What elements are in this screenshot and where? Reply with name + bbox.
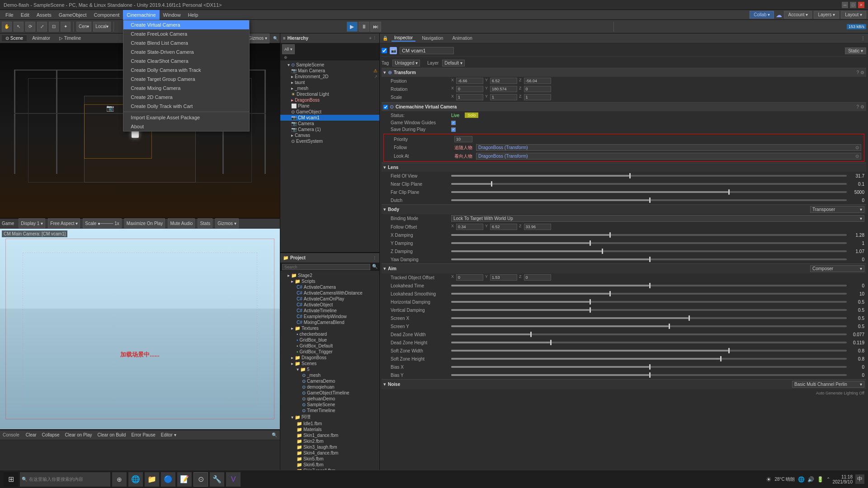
position-x[interactable] xyxy=(456,78,483,84)
taskbar-start[interactable]: ⊞ xyxy=(4,472,18,487)
hierarchy-item-environment2d[interactable]: ▸ Environment_2D ↗ xyxy=(280,74,379,80)
aspect-dropdown[interactable]: Free Aspect ▾ xyxy=(48,218,80,228)
lookahead-time-slider[interactable] xyxy=(451,285,847,286)
account-button[interactable]: Account ▾ xyxy=(784,11,812,19)
position-z[interactable] xyxy=(524,78,551,84)
project-scripts[interactable]: ▸ 📁 Scripts xyxy=(280,278,379,284)
local-global-button[interactable]: Local▾ xyxy=(93,22,111,32)
hierarchy-item-canvas[interactable]: ▸ Canvas xyxy=(280,132,379,138)
body-type-dropdown[interactable]: Transposer ▾ xyxy=(810,206,864,213)
project-scenes[interactable]: ▸ 📁 Scenes xyxy=(280,361,379,366)
project-gameobjecttimeline[interactable]: ⊙ GameObjectTimeline xyxy=(280,390,379,396)
screen-y-slider[interactable] xyxy=(451,325,847,327)
project-activatecamera[interactable]: C# ActivateCamera xyxy=(280,284,379,290)
maximize-on-play[interactable]: Maximize On Play xyxy=(124,218,165,228)
menu-assets[interactable]: Assets xyxy=(33,10,55,20)
hierarchy-item-mesh[interactable]: ▸ _mesh xyxy=(280,85,379,91)
project-checkerboard[interactable]: ▪ checkerboard xyxy=(280,331,379,337)
cinemachine-menu-icon[interactable]: ⚙ xyxy=(860,104,864,109)
game-gizmos[interactable]: Gizmos ▾ xyxy=(215,218,239,228)
far-clip-slider[interactable] xyxy=(451,191,847,193)
tab-navigation[interactable]: Navigation xyxy=(419,35,446,41)
priority-value[interactable] xyxy=(454,136,472,142)
horiz-damping-slider[interactable] xyxy=(451,301,847,303)
rotation-y[interactable] xyxy=(490,86,517,92)
console-clear-on-play[interactable]: Clear on Play xyxy=(63,432,94,438)
menu-about[interactable]: About xyxy=(123,122,249,131)
y-damping-slider[interactable] xyxy=(451,242,847,244)
menu-create-2d-camera[interactable]: Create 2D Camera xyxy=(123,93,249,102)
x-damping-slider[interactable] xyxy=(451,234,847,236)
menu-import-example[interactable]: Import Example Asset Package xyxy=(123,113,249,122)
center-pivot-button[interactable]: Cen▾ xyxy=(76,22,91,32)
transform-header[interactable]: ▾ ⊕ Transform ? ⚙ xyxy=(382,68,866,77)
soft-zone-width-slider[interactable] xyxy=(451,350,847,352)
hierarchy-item-eventsystem[interactable]: ⊙ EventSystem xyxy=(280,138,379,144)
cinemachine-help-icon[interactable]: ? xyxy=(856,104,859,109)
collab-button[interactable]: Collab ▾ xyxy=(750,11,774,19)
project-textures[interactable]: ▸ 📁 Textures xyxy=(280,325,379,331)
hierarchy-item-directionallight[interactable]: ☀ Directional Light xyxy=(280,91,379,97)
project-activatecamonplay[interactable]: C# ActivateCamOnPlay xyxy=(280,296,379,302)
menu-create-freelook-camera[interactable]: Create FreeLook Camera xyxy=(123,29,249,38)
project-ali[interactable]: ▾ 📁 阿理 xyxy=(280,413,379,421)
tab-animator[interactable]: Animator xyxy=(28,35,54,41)
project-examplehelpwindow[interactable]: C# ExampleHelpWindow xyxy=(280,314,379,319)
taskbar-edge[interactable]: 🌐 xyxy=(128,472,143,487)
lookat-ref-field[interactable]: DragonBoss (Transform) ⊙ xyxy=(476,153,861,160)
menu-create-blend-list-camera[interactable]: Create Blend List Camera xyxy=(123,38,249,47)
hierarchy-item-dragonboss[interactable]: ▸ DragonBoss xyxy=(280,97,379,103)
gwg-checkbox[interactable]: ✓ xyxy=(451,121,456,125)
vert-damping-slider[interactable] xyxy=(451,309,847,311)
hierarchy-item-gameobject[interactable]: ⊙ GameObject xyxy=(280,109,379,115)
stats-button[interactable]: Stats xyxy=(198,218,212,228)
aim-header[interactable]: ▾ Aim Composer ▾ xyxy=(382,263,866,273)
project-skin3[interactable]: 📁 Skin3_laugh.fbm xyxy=(280,444,379,450)
screen-x-slider[interactable] xyxy=(451,317,847,319)
tab-animation[interactable]: Animation xyxy=(449,35,475,41)
tracked-offset-x[interactable] xyxy=(456,274,483,281)
display-dropdown[interactable]: Display 1 ▾ xyxy=(19,218,45,228)
lookahead-smooth-slider[interactable] xyxy=(451,293,847,295)
body-header[interactable]: ▾ Body Transposer ▾ xyxy=(382,204,866,214)
follow-offset-x[interactable] xyxy=(456,224,483,230)
binding-mode-dropdown[interactable]: Lock To Target With World Up ▾ xyxy=(451,215,864,222)
hierarchy-item-camera1[interactable]: 📷 Camera (1) xyxy=(280,127,379,132)
console-editor-dropdown[interactable]: Editor ▾ xyxy=(159,432,178,438)
project-camerademo[interactable]: ⊙ CameraDemo xyxy=(280,378,379,384)
menu-file[interactable]: File xyxy=(2,10,17,20)
project-skin1[interactable]: 📁 Skin1_dance.fbm xyxy=(280,432,379,438)
layers-button[interactable]: Layers ▾ xyxy=(814,11,839,19)
tracked-offset-z[interactable] xyxy=(524,274,551,281)
tab-scene[interactable]: ⊙ Scene xyxy=(2,35,27,41)
hierarchy-item-samplescene[interactable]: ▾ ⊙ SampleScene xyxy=(280,62,379,68)
project-demoqiehuan[interactable]: ⊙ demoqiehuan xyxy=(280,384,379,390)
project-activatecameradist[interactable]: C# ActivateCameraWithDistance xyxy=(280,290,379,296)
project-skin4[interactable]: 📁 Skin4_dance.fbm xyxy=(280,450,379,456)
taskbar-devtools[interactable]: 🔧 xyxy=(210,472,224,487)
taskbar-visualstudio[interactable]: V xyxy=(226,472,241,487)
hierarchy-item-plane[interactable]: ⬜ Plane xyxy=(280,103,379,109)
project-activatetimeline[interactable]: C# ActivateTimeline xyxy=(280,308,379,314)
project-search-input[interactable] xyxy=(282,264,370,270)
hierarchy-item-maincamera[interactable]: 📷 Main Camera ⚠ xyxy=(280,68,379,74)
console-clear[interactable]: Clear xyxy=(24,432,38,438)
taskbar-explorer[interactable]: 📁 xyxy=(145,472,159,487)
menu-create-clearshot-camera[interactable]: Create ClearShot Camera xyxy=(123,56,249,66)
hierarchy-item-taunt[interactable]: ▸ taunt xyxy=(280,80,379,85)
cinemachine-enabled[interactable] xyxy=(383,105,388,109)
lens-header[interactable]: ▾ Lens xyxy=(382,163,866,172)
pause-button[interactable]: ⏸ xyxy=(359,22,369,32)
tracked-offset-y[interactable] xyxy=(490,274,517,281)
menu-create-state-driven-camera[interactable]: Create State-Driven Camera xyxy=(123,47,249,56)
menu-component[interactable]: Component xyxy=(90,10,123,20)
project-dragonboss[interactable]: ▸ 📁 DragonBoss xyxy=(280,355,379,361)
project-gridboxdefault[interactable]: ▪ GridBox_Default xyxy=(280,343,379,349)
bias-y-slider[interactable] xyxy=(451,374,847,376)
project-meshinscene[interactable]: ⊙ _mesh xyxy=(280,372,379,378)
project-stage2[interactable]: ▸ 📁 Stage2 xyxy=(280,272,379,278)
noise-header[interactable]: ▾ Noise Basic Multi Channel Perlin ▾ xyxy=(382,379,866,389)
yaw-damping-slider[interactable] xyxy=(451,258,847,260)
play-button[interactable]: ▶ xyxy=(347,22,358,32)
project-qiehuandemo[interactable]: ⊙ qiehuanDemo xyxy=(280,396,379,402)
